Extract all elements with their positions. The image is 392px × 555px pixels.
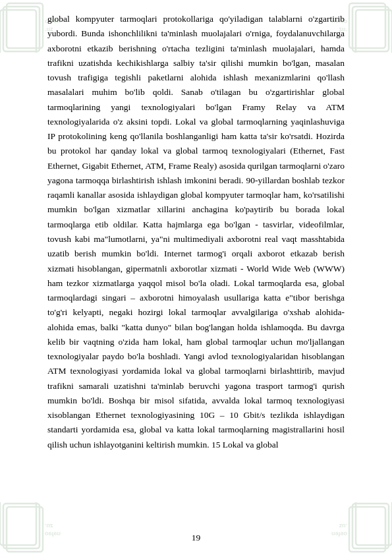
page-number: 19 (192, 533, 201, 542)
main-text: global kompyuter tarmoqlari protokollari… (47, 12, 345, 452)
svg-text:.uz: .uz (45, 523, 53, 529)
main-paragraph: global kompyuter tarmoqlari protokollari… (47, 12, 345, 452)
svg-text:.uz: .uz (339, 523, 347, 529)
watermark-bottom-right: oefen .uz (313, 502, 392, 555)
content-area: global kompyuter tarmoqlari protokollari… (0, 0, 392, 472)
svg-rect-10 (7, 507, 43, 552)
watermark-bottom-left: oefen .uz (0, 502, 79, 555)
page-number-area: 19 (0, 533, 392, 543)
page: oefen .uz oefen .uz oefen .uz (0, 0, 392, 555)
svg-rect-15 (349, 507, 385, 552)
